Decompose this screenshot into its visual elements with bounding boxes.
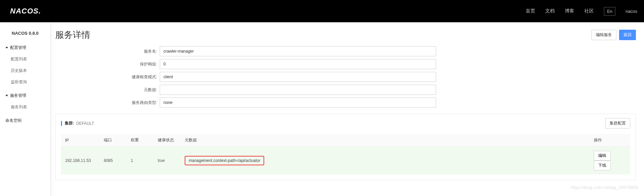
label-protect-threshold: 保护阀值: [55, 61, 160, 67]
label-route-type: 服务路由类型: [55, 100, 160, 106]
sidebar-item-service-list[interactable]: 服务列表 [0, 101, 50, 113]
cell-weight: 1 [127, 147, 154, 175]
cluster-name: DEFAULT [76, 121, 94, 126]
label-service-name: 服务名: [55, 49, 160, 54]
nav-blog[interactable]: 博客 [565, 8, 574, 14]
table-row: 192.168.11.53 8085 1 true management.con… [61, 147, 630, 175]
metadata-highlight: management.context-path=/api/actuator [185, 156, 264, 165]
sidebar-group-label: 配置管理 [10, 44, 26, 51]
cell-ip: 192.168.11.53 [61, 147, 100, 175]
input-service-name[interactable] [160, 46, 436, 56]
main-content: 服务详情 编辑服务 返回 服务名: 保护阀值: 健康检查模式: 元数据: [51, 22, 644, 196]
cell-port: 8085 [100, 147, 127, 175]
cell-ops: 编辑 下线 [590, 147, 630, 175]
back-button[interactable]: 返回 [619, 30, 636, 40]
table-header-row: IP 端口 权重 健康状态 元数据 操作 [61, 134, 630, 147]
input-route-type[interactable] [160, 97, 436, 108]
edit-service-button[interactable]: 编辑服务 [591, 30, 616, 40]
cluster-label: 集群: [65, 120, 74, 126]
row-offline-button[interactable]: 下线 [594, 161, 611, 170]
sidebar-item-listen[interactable]: 监听查询 [0, 76, 50, 88]
version-label: NACOS 0.8.0 [0, 27, 50, 42]
sidebar-group-config[interactable]: 配置管理 [0, 42, 50, 53]
cluster-accent-bar [61, 121, 62, 126]
sidebar-group-label: 服务管理 [10, 92, 26, 99]
instance-table: IP 端口 权重 健康状态 元数据 操作 192.168.11.53 8085 … [61, 134, 630, 174]
service-form: 服务名: 保护阀值: 健康检查模式: 元数据: 服务路由类型: [55, 46, 636, 108]
caret-down-icon [5, 47, 8, 49]
top-nav: 首页 文档 博客 社区 En nacos [526, 7, 637, 16]
logo: NACOS. [10, 7, 41, 16]
col-port: 端口 [100, 134, 127, 147]
cell-metadata: management.context-path=/api/actuator [181, 147, 590, 175]
input-metadata[interactable] [160, 85, 436, 95]
lang-switch[interactable]: En [604, 7, 615, 16]
col-ops: 操作 [590, 134, 630, 147]
col-weight: 权重 [127, 134, 154, 147]
input-health-check-mode[interactable] [160, 72, 436, 82]
label-metadata: 元数据: [55, 87, 160, 93]
label-health-check-mode: 健康检查模式: [55, 74, 160, 80]
sidebar: NACOS 0.8.0 配置管理 配置列表 历史版本 监听查询 服务管理 服务列… [0, 22, 51, 196]
cluster-card: 集群: DEFAULT 集群配置 IP 端口 权重 健康状态 元数据 操作 [55, 114, 636, 180]
row-edit-button[interactable]: 编辑 [594, 151, 611, 161]
sidebar-group-service[interactable]: 服务管理 [0, 90, 50, 101]
nav-home[interactable]: 首页 [526, 8, 535, 14]
user-name[interactable]: nacos [625, 9, 637, 14]
col-metadata: 元数据 [181, 134, 590, 147]
col-ip: IP [61, 134, 100, 147]
sidebar-item-config-list[interactable]: 配置列表 [0, 53, 50, 65]
nav-community[interactable]: 社区 [584, 8, 594, 14]
cluster-header: 集群: DEFAULT 集群配置 [56, 114, 636, 133]
sidebar-item-history[interactable]: 历史版本 [0, 65, 50, 76]
logo-text: NACOS. [10, 7, 41, 15]
cluster-config-button[interactable]: 集群配置 [605, 118, 630, 129]
col-health: 健康状态 [154, 134, 181, 147]
top-header: NACOS. 首页 文档 博客 社区 En nacos [0, 0, 644, 22]
input-protect-threshold[interactable] [160, 59, 436, 69]
caret-down-icon [5, 95, 8, 96]
nav-docs[interactable]: 文档 [545, 8, 555, 14]
page-title: 服务详情 [55, 29, 90, 41]
cell-health: true [154, 147, 181, 175]
sidebar-item-namespace[interactable]: 命名空间 [0, 115, 50, 126]
